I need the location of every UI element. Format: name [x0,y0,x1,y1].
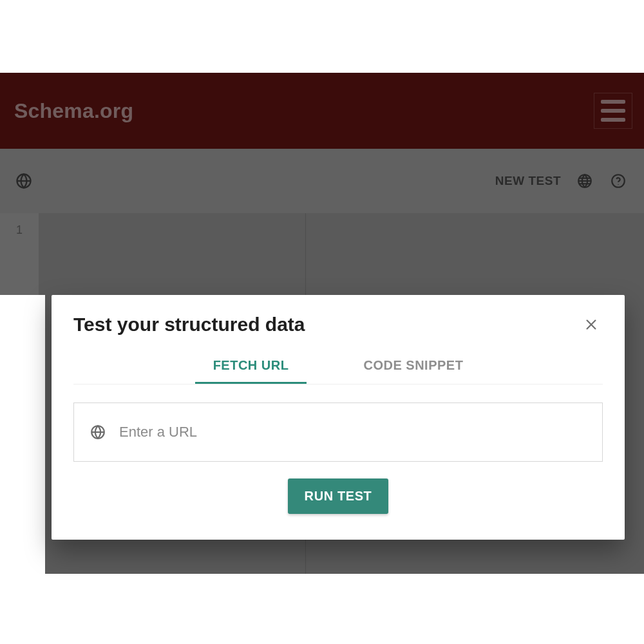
tab-code-snippet[interactable]: CODE SNIPPET [345,348,481,384]
globe-icon [88,422,108,442]
url-input-row [73,402,603,462]
modal-title: Test your structured data [73,314,305,336]
tab-fetch-url[interactable]: FETCH URL [195,348,307,384]
run-test-button[interactable]: RUN TEST [288,478,389,514]
url-input[interactable] [119,424,588,440]
close-button[interactable] [580,313,603,336]
test-modal: Test your structured data FETCH URL CODE… [52,295,625,540]
left-white-strip [0,295,45,574]
close-icon [584,317,598,332]
modal-tabs: FETCH URL CODE SNIPPET [73,348,603,384]
